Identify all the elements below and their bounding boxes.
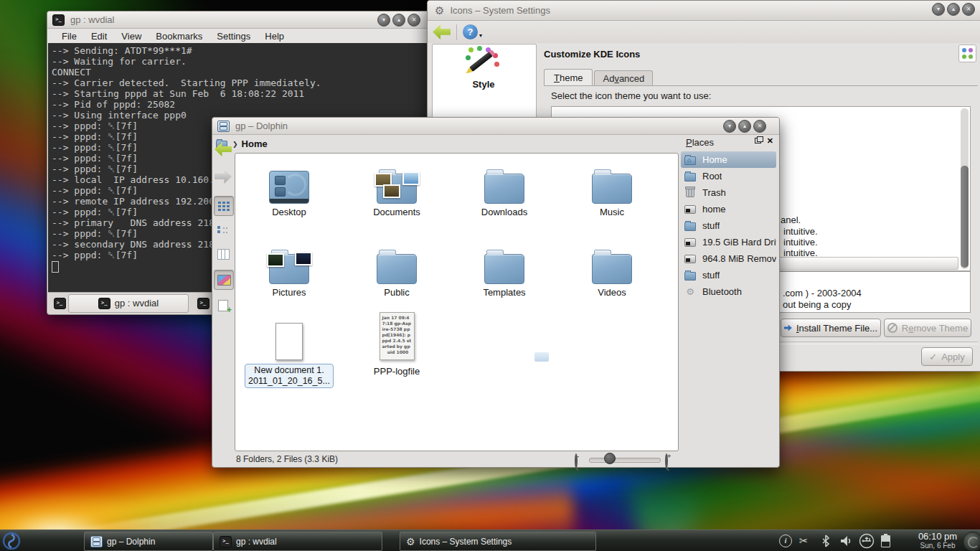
- place-bluetooth[interactable]: ⚙ Bluetooth: [681, 283, 776, 300]
- konsole-title: gp : wvdial: [70, 14, 114, 25]
- scrollbar-track[interactable]: [961, 108, 969, 269]
- preview-button[interactable]: [214, 270, 234, 290]
- place-removable-drive[interactable]: 964.8 MiB Remov...: [681, 250, 776, 267]
- file-item-music[interactable]: Music: [558, 159, 666, 217]
- place-home[interactable]: ⌂ Home: [681, 151, 776, 168]
- konsole-titlebar[interactable]: >_ gp : wvdial ▾ ▴ ✕: [47, 11, 432, 29]
- tab-list-button[interactable]: >_: [194, 294, 212, 313]
- file-label: Desktop: [235, 207, 343, 217]
- file-item-new-document[interactable]: New document 1.2011_01_20_16_5...: [235, 313, 343, 388]
- tab-theme[interactable]: Theme: [544, 69, 593, 85]
- apply-button[interactable]: ✓ Apply: [921, 347, 973, 366]
- menu-bookmarks[interactable]: Bookmarks: [149, 31, 209, 42]
- scrollbar-handle[interactable]: [961, 166, 969, 268]
- task-dolphin[interactable]: gp – Dolphin: [84, 532, 213, 551]
- clock[interactable]: 06:10 pm Sun, 6 Feb: [913, 531, 963, 550]
- chevron-down-icon: ▾: [479, 32, 482, 39]
- install-arrow-icon: [784, 325, 792, 331]
- clock-date: Sun, 6 Feb: [913, 542, 963, 550]
- back-button[interactable]: [214, 140, 232, 159]
- zoom-slider-track[interactable]: [589, 458, 661, 463]
- file-label: Documents: [343, 207, 451, 217]
- file-item-downloads[interactable]: Downloads: [451, 159, 558, 217]
- place-stuff[interactable]: stuff: [681, 217, 776, 234]
- file-label: Public: [343, 287, 451, 298]
- columns-view-button[interactable]: [214, 245, 232, 263]
- tray-usb-device[interactable]: [859, 530, 875, 551]
- breadcrumb[interactable]: Home: [242, 138, 268, 149]
- sidebar-item-style[interactable]: Style: [441, 47, 526, 90]
- minimize-button[interactable]: ▾: [932, 3, 945, 16]
- tab-divider: [544, 85, 978, 86]
- zoom-in-icon[interactable]: +: [665, 455, 668, 468]
- place-home-partition[interactable]: home: [681, 201, 776, 217]
- menu-help[interactable]: Help: [258, 31, 291, 42]
- new-tab-button[interactable]: >_: [50, 294, 69, 313]
- plasma-cashew-icon[interactable]: [963, 532, 980, 551]
- remove-theme-button[interactable]: Remove Theme: [884, 319, 971, 337]
- tab-advanced[interactable]: Advanced: [594, 70, 653, 85]
- icons-view-icon: [218, 202, 221, 204]
- split-view-icon: [218, 300, 228, 311]
- system-settings-titlebar[interactable]: ⚙ Icons – System Settings ▾ ▴ ✕: [428, 1, 980, 21]
- taskbar: gp – Dolphin >_ gp : wvdial ⚙ Icons – Sy…: [0, 529, 980, 551]
- terminal-tab[interactable]: >_ gp : wvdial: [68, 294, 189, 313]
- task-konsole[interactable]: >_ gp : wvdial: [213, 532, 382, 551]
- clock-time: 06:10 pm: [913, 531, 963, 542]
- menu-file[interactable]: File: [55, 31, 84, 42]
- maximize-button[interactable]: ▴: [738, 120, 751, 133]
- file-item-ppp-logfile[interactable]: Jan 17 09:4 7:18 gp-Asp ire-5738 pp pd[1…: [343, 313, 451, 377]
- tray-volume[interactable]: [840, 530, 853, 551]
- terminal-line: CONNECT: [52, 67, 431, 77]
- zoom-slider-handle[interactable]: [604, 453, 616, 464]
- detach-panel-icon[interactable]: [755, 138, 761, 143]
- minimize-button[interactable]: ▾: [377, 14, 390, 27]
- file-item-public[interactable]: Public: [343, 240, 451, 298]
- icons-view-button[interactable]: [214, 196, 234, 216]
- file-item-templates[interactable]: Templates: [451, 240, 558, 298]
- file-item-videos[interactable]: Videos: [558, 240, 666, 298]
- document-icon: [275, 323, 303, 360]
- minimize-button[interactable]: ▾: [723, 120, 736, 133]
- file-item-pictures[interactable]: Pictures: [235, 240, 343, 298]
- dolphin-file-view[interactable]: Desktop Documents Downloads Music: [235, 153, 679, 451]
- forward-button[interactable]: [214, 167, 232, 186]
- tray-battery[interactable]: [881, 530, 890, 551]
- close-panel-icon[interactable]: ✕: [767, 137, 773, 144]
- dolphin-statusbar: 8 Folders, 2 Files (3.3 KiB) - +: [212, 451, 779, 467]
- split-view-button[interactable]: [214, 296, 232, 315]
- menu-settings[interactable]: Settings: [209, 31, 258, 42]
- dolphin-titlebar[interactable]: gp – Dolphin ▾ ▴ ✕: [212, 118, 779, 135]
- file-item-documents[interactable]: Documents: [343, 159, 451, 217]
- theme-list-text: intuitive.: [783, 226, 818, 237]
- app-launcher-icon[interactable]: [1, 531, 22, 551]
- back-arrow-icon[interactable]: [433, 24, 451, 39]
- place-trash[interactable]: Trash: [681, 184, 776, 201]
- close-button[interactable]: ✕: [962, 3, 975, 16]
- menu-view[interactable]: View: [114, 31, 149, 42]
- details-view-button[interactable]: [214, 221, 232, 240]
- tray-info[interactable]: i: [779, 530, 792, 551]
- place-root[interactable]: Root: [681, 168, 776, 184]
- dolphin-window: gp – Dolphin ▾ ▴ ✕ ⌂ ❯ Home: [212, 117, 780, 468]
- dot-icon: [962, 48, 966, 52]
- place-hard-drive[interactable]: 19.5 GiB Hard Drive: [681, 234, 776, 250]
- menu-edit[interactable]: Edit: [84, 31, 114, 42]
- task-system-settings[interactable]: ⚙ Icons – System Settings: [400, 532, 596, 551]
- folder-icon: [377, 254, 417, 284]
- maximize-button[interactable]: ▴: [947, 3, 960, 16]
- maximize-button[interactable]: ▴: [392, 14, 405, 27]
- tray-klipper[interactable]: ✂: [799, 530, 809, 551]
- columns-view-icon: [217, 249, 230, 260]
- gear-icon: ⚙: [686, 287, 694, 297]
- zoom-out-icon[interactable]: -: [575, 455, 578, 468]
- close-button[interactable]: ✕: [407, 14, 420, 27]
- help-icon[interactable]: ?: [463, 24, 478, 39]
- file-item-desktop[interactable]: Desktop: [235, 159, 343, 217]
- install-theme-button[interactable]: Install Theme File...: [781, 319, 881, 337]
- place-stuff-2[interactable]: stuff: [681, 267, 776, 283]
- tray-bluetooth[interactable]: [821, 530, 830, 551]
- close-button[interactable]: ✕: [753, 120, 766, 133]
- scissors-icon: ✂: [799, 534, 809, 547]
- icon-grid-button[interactable]: [958, 44, 976, 62]
